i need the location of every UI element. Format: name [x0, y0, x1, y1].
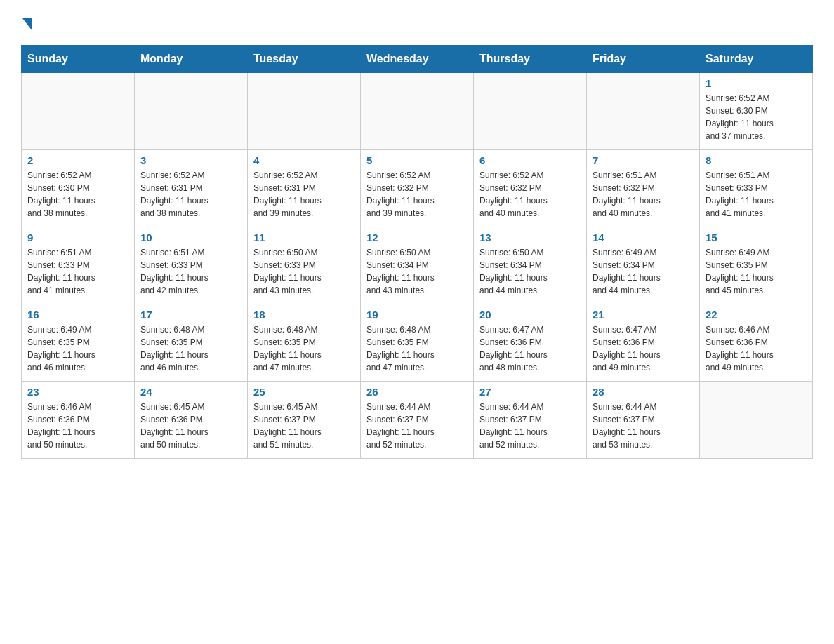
calendar-week-row: 9Sunrise: 6:51 AM Sunset: 6:33 PM Daylig…	[22, 227, 813, 304]
calendar-day-cell: 17Sunrise: 6:48 AM Sunset: 6:35 PM Dayli…	[135, 304, 248, 382]
day-number: 19	[366, 309, 468, 321]
calendar-day-cell	[248, 73, 361, 150]
calendar-day-cell: 15Sunrise: 6:49 AM Sunset: 6:35 PM Dayli…	[700, 227, 813, 304]
day-info: Sunrise: 6:49 AM Sunset: 6:34 PM Dayligh…	[593, 246, 694, 297]
day-info: Sunrise: 6:44 AM Sunset: 6:37 PM Dayligh…	[479, 401, 581, 451]
day-info: Sunrise: 6:45 AM Sunset: 6:37 PM Dayligh…	[253, 401, 355, 451]
day-number: 11	[253, 232, 355, 243]
day-info: Sunrise: 6:52 AM Sunset: 6:30 PM Dayligh…	[706, 92, 807, 142]
day-number: 15	[706, 232, 807, 243]
day-info: Sunrise: 6:52 AM Sunset: 6:32 PM Dayligh…	[479, 169, 581, 220]
day-number: 13	[479, 232, 581, 243]
day-info: Sunrise: 6:48 AM Sunset: 6:35 PM Dayligh…	[140, 323, 241, 374]
day-number: 25	[253, 386, 355, 398]
day-info: Sunrise: 6:47 AM Sunset: 6:36 PM Dayligh…	[479, 323, 581, 374]
day-info: Sunrise: 6:45 AM Sunset: 6:36 PM Dayligh…	[140, 401, 241, 451]
calendar-week-row: 1Sunrise: 6:52 AM Sunset: 6:30 PM Daylig…	[22, 73, 813, 150]
calendar-day-cell: 24Sunrise: 6:45 AM Sunset: 6:36 PM Dayli…	[135, 382, 248, 459]
calendar-day-cell: 13Sunrise: 6:50 AM Sunset: 6:34 PM Dayli…	[474, 227, 587, 304]
calendar-day-cell: 8Sunrise: 6:51 AM Sunset: 6:33 PM Daylig…	[700, 150, 813, 227]
calendar-week-row: 2Sunrise: 6:52 AM Sunset: 6:30 PM Daylig…	[22, 150, 813, 227]
day-number: 1	[706, 77, 807, 89]
day-info: Sunrise: 6:46 AM Sunset: 6:36 PM Dayligh…	[706, 323, 807, 374]
day-info: Sunrise: 6:51 AM Sunset: 6:33 PM Dayligh…	[140, 246, 241, 297]
calendar-day-cell	[135, 73, 248, 150]
calendar-day-cell: 6Sunrise: 6:52 AM Sunset: 6:32 PM Daylig…	[474, 150, 587, 227]
day-info: Sunrise: 6:51 AM Sunset: 6:33 PM Dayligh…	[27, 246, 128, 297]
day-info: Sunrise: 6:48 AM Sunset: 6:35 PM Dayligh…	[366, 323, 468, 374]
calendar-week-row: 16Sunrise: 6:49 AM Sunset: 6:35 PM Dayli…	[22, 304, 813, 382]
calendar-day-cell: 3Sunrise: 6:52 AM Sunset: 6:31 PM Daylig…	[135, 150, 248, 227]
calendar-day-cell: 20Sunrise: 6:47 AM Sunset: 6:36 PM Dayli…	[474, 304, 587, 382]
day-info: Sunrise: 6:46 AM Sunset: 6:36 PM Dayligh…	[27, 401, 128, 451]
day-number: 8	[706, 154, 807, 166]
day-number: 24	[140, 386, 241, 398]
day-of-week-header: Thursday	[474, 46, 587, 73]
day-number: 4	[253, 154, 355, 166]
day-number: 22	[706, 309, 807, 321]
day-number: 16	[27, 309, 128, 321]
calendar-week-row: 23Sunrise: 6:46 AM Sunset: 6:36 PM Dayli…	[22, 382, 813, 459]
calendar-day-cell: 14Sunrise: 6:49 AM Sunset: 6:34 PM Dayli…	[587, 227, 700, 304]
day-info: Sunrise: 6:52 AM Sunset: 6:30 PM Dayligh…	[27, 169, 128, 220]
calendar-day-cell: 25Sunrise: 6:45 AM Sunset: 6:37 PM Dayli…	[248, 382, 361, 459]
day-number: 12	[366, 232, 468, 243]
calendar-day-cell	[361, 73, 474, 150]
calendar-day-cell: 5Sunrise: 6:52 AM Sunset: 6:32 PM Daylig…	[361, 150, 474, 227]
calendar-day-cell: 9Sunrise: 6:51 AM Sunset: 6:33 PM Daylig…	[22, 227, 135, 304]
day-info: Sunrise: 6:47 AM Sunset: 6:36 PM Dayligh…	[593, 323, 694, 374]
day-of-week-header: Saturday	[700, 46, 813, 73]
calendar-day-cell	[22, 73, 135, 150]
calendar-day-cell	[587, 73, 700, 150]
calendar-header-row: SundayMondayTuesdayWednesdayThursdayFrid…	[22, 46, 813, 73]
calendar-day-cell: 10Sunrise: 6:51 AM Sunset: 6:33 PM Dayli…	[135, 227, 248, 304]
day-info: Sunrise: 6:50 AM Sunset: 6:34 PM Dayligh…	[366, 246, 468, 297]
calendar-day-cell: 19Sunrise: 6:48 AM Sunset: 6:35 PM Dayli…	[361, 304, 474, 382]
calendar-day-cell: 23Sunrise: 6:46 AM Sunset: 6:36 PM Dayli…	[22, 382, 135, 459]
calendar-day-cell: 18Sunrise: 6:48 AM Sunset: 6:35 PM Dayli…	[248, 304, 361, 382]
day-number: 14	[593, 232, 694, 243]
calendar-day-cell: 22Sunrise: 6:46 AM Sunset: 6:36 PM Dayli…	[700, 304, 813, 382]
day-info: Sunrise: 6:50 AM Sunset: 6:34 PM Dayligh…	[479, 246, 581, 297]
day-number: 21	[593, 309, 694, 321]
day-number: 17	[140, 309, 241, 321]
calendar-day-cell	[700, 382, 813, 459]
calendar-day-cell	[474, 73, 587, 150]
day-of-week-header: Wednesday	[361, 46, 474, 73]
day-info: Sunrise: 6:44 AM Sunset: 6:37 PM Dayligh…	[593, 401, 694, 451]
day-info: Sunrise: 6:52 AM Sunset: 6:31 PM Dayligh…	[140, 169, 241, 220]
day-number: 6	[479, 154, 581, 166]
day-info: Sunrise: 6:48 AM Sunset: 6:35 PM Dayligh…	[253, 323, 355, 374]
day-number: 10	[140, 232, 241, 243]
day-info: Sunrise: 6:44 AM Sunset: 6:37 PM Dayligh…	[366, 401, 468, 451]
day-number: 9	[27, 232, 128, 243]
logo	[21, 14, 32, 31]
day-number: 20	[479, 309, 581, 321]
day-number: 27	[479, 386, 581, 398]
calendar-day-cell: 27Sunrise: 6:44 AM Sunset: 6:37 PM Dayli…	[474, 382, 587, 459]
day-of-week-header: Tuesday	[248, 46, 361, 73]
day-info: Sunrise: 6:49 AM Sunset: 6:35 PM Dayligh…	[706, 246, 807, 297]
day-of-week-header: Friday	[587, 46, 700, 73]
day-info: Sunrise: 6:51 AM Sunset: 6:32 PM Dayligh…	[593, 169, 694, 220]
day-number: 28	[593, 386, 694, 398]
calendar-day-cell: 16Sunrise: 6:49 AM Sunset: 6:35 PM Dayli…	[22, 304, 135, 382]
day-number: 18	[253, 309, 355, 321]
day-info: Sunrise: 6:50 AM Sunset: 6:33 PM Dayligh…	[253, 246, 355, 297]
logo-arrow-icon	[22, 18, 32, 31]
day-info: Sunrise: 6:51 AM Sunset: 6:33 PM Dayligh…	[706, 169, 807, 220]
day-number: 7	[593, 154, 694, 166]
calendar-day-cell: 28Sunrise: 6:44 AM Sunset: 6:37 PM Dayli…	[587, 382, 700, 459]
day-number: 26	[366, 386, 468, 398]
day-number: 23	[27, 386, 128, 398]
calendar-day-cell: 11Sunrise: 6:50 AM Sunset: 6:33 PM Dayli…	[248, 227, 361, 304]
calendar-day-cell: 4Sunrise: 6:52 AM Sunset: 6:31 PM Daylig…	[248, 150, 361, 227]
calendar-day-cell: 1Sunrise: 6:52 AM Sunset: 6:30 PM Daylig…	[700, 73, 813, 150]
calendar-day-cell: 26Sunrise: 6:44 AM Sunset: 6:37 PM Dayli…	[361, 382, 474, 459]
calendar-table: SundayMondayTuesdayWednesdayThursdayFrid…	[21, 45, 813, 459]
day-number: 2	[27, 154, 128, 166]
day-info: Sunrise: 6:52 AM Sunset: 6:32 PM Dayligh…	[366, 169, 468, 220]
calendar-day-cell: 7Sunrise: 6:51 AM Sunset: 6:32 PM Daylig…	[587, 150, 700, 227]
day-of-week-header: Monday	[135, 46, 248, 73]
calendar-day-cell: 21Sunrise: 6:47 AM Sunset: 6:36 PM Dayli…	[587, 304, 700, 382]
